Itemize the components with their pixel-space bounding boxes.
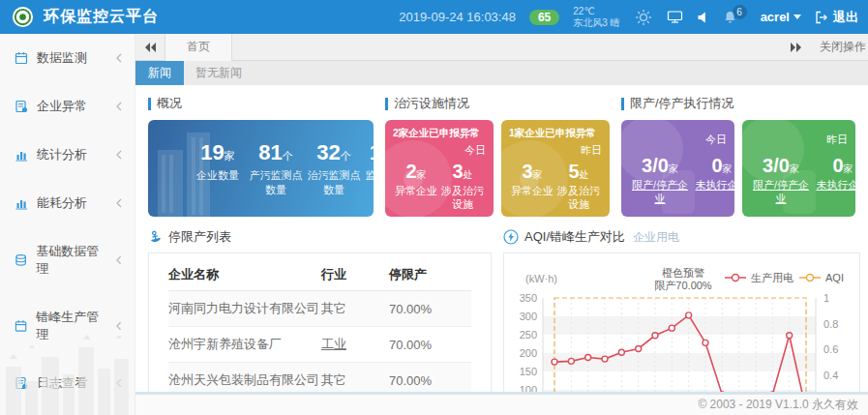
flash-circle-icon bbox=[503, 229, 519, 245]
anchor-icon bbox=[146, 228, 164, 246]
stat-nonexecuting-enterprises: 0家 未执行企业 bbox=[691, 155, 734, 206]
aqi-section: AQI/错峰生产对比 企业用电 35030025020015010050010.… bbox=[503, 228, 860, 394]
title-marker bbox=[148, 98, 151, 110]
table-row: 沧州宇新养殖设备厂 工业 70.00% bbox=[168, 327, 471, 363]
halt-list-panel: 企业名称 行业 停限产 河南同力电力设计有限公司 其它 bbox=[148, 252, 492, 394]
notifications[interactable]: 6 bbox=[723, 10, 737, 24]
svg-text:AQI: AQI bbox=[825, 272, 844, 283]
sidebar-item-base-data[interactable]: 基础数据管理 bbox=[0, 227, 135, 293]
sidebar-item-statistics[interactable]: 统计分析 bbox=[0, 131, 135, 179]
bar-chart-icon bbox=[15, 196, 28, 210]
chevron-left-icon bbox=[115, 254, 123, 266]
user-menu[interactable]: acrel bbox=[761, 10, 801, 24]
industry-value: 其它 bbox=[321, 291, 389, 327]
app-header: 环保监控云平台 2019-09-24 16:03:48 65 22℃ 东北风3 … bbox=[0, 0, 868, 34]
logout-button[interactable]: 退出 bbox=[815, 9, 858, 26]
sidebar-item-enterprise-anomaly[interactable]: 企业异常 bbox=[0, 82, 135, 131]
header-datetime: 2019-09-24 16:03:48 bbox=[399, 10, 516, 24]
chevron-left-icon bbox=[115, 52, 123, 64]
city-skyline-watermark bbox=[0, 309, 135, 415]
sidebar-item-label: 基础数据管理 bbox=[36, 243, 106, 278]
aqi-chart-panel: 35030025020015010050010.80.60.40.20(kW·h… bbox=[503, 252, 860, 394]
card-headline: 1家企业已申报异常 bbox=[509, 127, 602, 140]
stat-restricted-enterprises: 3/0家 限产/停产企业 bbox=[750, 155, 812, 206]
title-marker bbox=[385, 98, 388, 110]
bar-chart-icon bbox=[15, 148, 28, 162]
chevron-left-icon bbox=[115, 149, 123, 161]
col-header-ratio: 停限产 bbox=[389, 257, 471, 291]
dashboard-content: 概况 19家 企业数量 bbox=[135, 85, 868, 394]
halt-list-table: 企业名称 行业 停限产 河南同力电力设计有限公司 其它 bbox=[168, 257, 471, 394]
document-gear-icon bbox=[15, 100, 28, 113]
card-headline: 2家企业已申报异常 bbox=[393, 127, 486, 140]
stat-nonexecuting-enterprises: 0家 未执行企业 bbox=[812, 155, 855, 206]
aqi-line-chart: 35030025020015010050010.80.60.40.20(kW·h… bbox=[504, 253, 859, 394]
aqi-subtitle: 企业用电 bbox=[633, 229, 679, 246]
sidebar-item-energy-analysis[interactable]: 能耗分析 bbox=[0, 179, 135, 227]
table-row: 河南同力电力设计有限公司 其它 70.00% bbox=[168, 291, 471, 327]
tab-home[interactable]: 首页 bbox=[165, 34, 232, 61]
caret-down-icon bbox=[793, 15, 801, 19]
app-title: 环保监控云平台 bbox=[44, 7, 159, 27]
svg-text:200: 200 bbox=[520, 347, 537, 359]
svg-text:150: 150 bbox=[520, 366, 537, 377]
stat-abnormal-enterprises: 2家 异常企业 bbox=[393, 161, 439, 212]
svg-text:0.6: 0.6 bbox=[823, 343, 838, 355]
card-day-label: 今日 bbox=[629, 133, 727, 147]
table-row: 沧州天兴包装制品有限公司 其它 70.00% bbox=[168, 363, 471, 395]
stat-restricted-enterprises: 3/0家 限产/停产企业 bbox=[629, 155, 691, 206]
ratio-value: 70.00% bbox=[389, 327, 471, 363]
stat-involved-facilities: 3处 涉及治污设施 bbox=[439, 161, 486, 212]
stat-abnormal-enterprises: 3家 异常企业 bbox=[509, 161, 555, 212]
sidebar-item-label: 能耗分析 bbox=[37, 194, 87, 212]
scroll-tabs-left-button[interactable] bbox=[135, 43, 165, 52]
brand: 环保监控云平台 bbox=[12, 6, 159, 28]
news-button[interactable]: 新闻 bbox=[135, 61, 184, 85]
svg-text:300: 300 bbox=[520, 311, 537, 322]
tab-bar: 首页 关闭操作 bbox=[135, 34, 868, 61]
monitor-icon[interactable] bbox=[667, 10, 683, 24]
close-operations-menu[interactable]: 关闭操作 bbox=[820, 39, 866, 55]
footer: © 2003 - 2019 V1.1.0 永久有效 bbox=[135, 394, 868, 415]
notification-count-badge: 6 bbox=[733, 5, 747, 19]
restriction-today-card: 今日 3/0家 限产/停产企业 0家 未执行企业 bbox=[621, 120, 734, 217]
svg-text:250: 250 bbox=[520, 329, 537, 341]
weather-condition: 东北风3 晴 bbox=[573, 17, 619, 29]
news-bar: 新闻 暂无新闻 bbox=[135, 61, 868, 85]
scroll-tabs-right-button[interactable] bbox=[781, 43, 810, 52]
sidebar-item-data-monitoring[interactable]: 数据监测 bbox=[0, 34, 135, 82]
card-day-label: 今日 bbox=[393, 143, 486, 158]
enterprise-name: 河南同力电力设计有限公司 bbox=[168, 291, 321, 327]
overview-title: 概况 bbox=[148, 95, 374, 112]
stat-involved-facilities: 5处 涉及治污设施 bbox=[555, 161, 602, 212]
sidebar: 数据监测 企业异常 统计分析 能耗分析 基础数据管理 bbox=[0, 34, 135, 415]
treatment-yesterday-card: 1家企业已申报异常 昨日 3家 异常企业 5处 涉及治污设施 bbox=[501, 120, 610, 217]
ratio-value: 70.00% bbox=[389, 291, 471, 327]
svg-text:1: 1 bbox=[823, 292, 829, 304]
news-content: 暂无新闻 bbox=[195, 65, 242, 81]
chevron-left-icon bbox=[115, 197, 123, 209]
aqi-badge: 65 bbox=[529, 10, 559, 25]
treatment-section: 治污设施情况 2家企业已申报异常 今日 2家 异常企业 bbox=[385, 95, 610, 217]
overview-card: 19家 企业数量 81个 产污监测点数量 32个 治污监测点数量 bbox=[148, 120, 374, 217]
stat-monitor-points: 113个 监测点数量 bbox=[363, 140, 374, 197]
title-marker bbox=[621, 98, 624, 110]
username: acrel bbox=[761, 10, 790, 24]
logo-icon bbox=[12, 6, 34, 28]
aqi-title: AQI/错峰生产对比 企业用电 bbox=[503, 228, 860, 246]
ratio-value: 70.00% bbox=[389, 363, 471, 395]
logout-label: 退出 bbox=[833, 9, 858, 26]
weather-info: 22℃ 东北风3 晴 bbox=[573, 6, 619, 29]
svg-text:0.4: 0.4 bbox=[823, 370, 838, 381]
enterprise-name: 沧州宇新养殖设备厂 bbox=[168, 327, 321, 363]
speaker-icon[interactable] bbox=[697, 11, 709, 24]
svg-text:(kW·h): (kW·h) bbox=[525, 273, 557, 284]
copyright-text: © 2003 - 2019 V1.1.0 永久有效 bbox=[698, 398, 858, 411]
restriction-title: 限产/停产执行情况 bbox=[621, 95, 855, 112]
logout-icon bbox=[815, 11, 828, 24]
calendar-icon bbox=[15, 51, 28, 65]
industry-link[interactable]: 工业 bbox=[321, 327, 389, 363]
card-day-label: 昨日 bbox=[509, 143, 602, 158]
sidebar-item-label: 统计分析 bbox=[37, 146, 87, 163]
treatment-today-card: 2家企业已申报异常 今日 2家 异常企业 3处 涉及治污设施 bbox=[385, 120, 494, 217]
